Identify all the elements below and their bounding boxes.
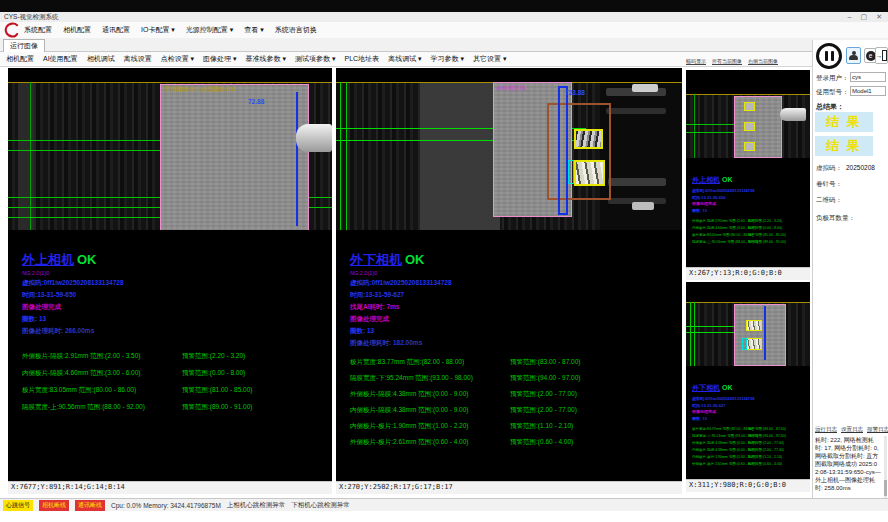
minimize-icon[interactable]: –: [848, 12, 852, 22]
logout-icon: →: [877, 50, 887, 61]
tool-ai-config[interactable]: AI使用配置: [43, 54, 78, 64]
mini-view-upper[interactable]: 外上相机OK 虚拟码:0ff1iw20250208133134728 时间:13…: [686, 70, 810, 280]
tab-detect-box: [574, 129, 603, 149]
tool-spotcheck-settings[interactable]: 点检设置 ▾: [161, 54, 194, 64]
log-tab-run[interactable]: 运行日志: [815, 426, 837, 433]
tab-run-image[interactable]: 运行图像: [3, 39, 45, 53]
turns-line: 圈数: 13: [692, 416, 806, 421]
height-measure-line: [296, 92, 298, 226]
process-done-line: 图像处理完成: [692, 409, 806, 414]
ai-region-label: AI检测区域: [496, 84, 526, 93]
login-user-input[interactable]: [850, 72, 886, 82]
app-window: CYS-视觉检测系统 – ▢ ✕ 系统配置 相机配置 通讯配置 IO卡配置 ▾ …: [0, 0, 888, 522]
measurement-warn: 预警范围:(2.20 - 3.20): [182, 352, 245, 361]
tool-image-processing[interactable]: 图像处理 ▾: [203, 54, 236, 64]
camera-name: 外下相机: [692, 384, 720, 391]
measurement-main: 外侧极片-隔膜:2.91mm 范围:(2.00 - 3.50): [22, 352, 182, 361]
green-hline: [8, 207, 160, 208]
measurement-main: 极片宽度:83.05mm 范围:(80.00 - 86.00): [22, 386, 182, 395]
tab-row: [0, 38, 888, 52]
tool-offline-settings[interactable]: 离线设置: [124, 54, 152, 64]
roller-part: [296, 124, 332, 152]
log-scrollbar-thumb[interactable]: [884, 480, 887, 496]
camera-view-lower[interactable]: AI检测区域 723.88 外下相机OK NG:2.0(1)0 虚拟码:0ff1…: [336, 68, 682, 494]
measurement-warn: 预警范围:(1.10 - 2.10): [510, 422, 573, 431]
measurement-main: 极片宽度:83.77mm 范围:(82.00 - 88.00): [350, 358, 510, 367]
tool-test-params[interactable]: 测试项参数 ▾: [295, 54, 335, 64]
mini-view-tabs: 幅码显示 所有当前图像 右侧当前图像: [686, 55, 826, 67]
green-hline: [308, 197, 332, 198]
result-ok: OK: [722, 176, 733, 183]
close-icon[interactable]: ✕: [876, 12, 882, 22]
time-line: 时间:13-31-59-650: [692, 195, 806, 200]
result-box-upper: 结 果: [815, 112, 873, 132]
measurement-main: 外侧极片-极片:2.61mm 范围:(0.60 - 4.00): [692, 462, 748, 466]
tool-other-settings[interactable]: 其它设置 ▾: [473, 54, 506, 64]
menu-camera-config[interactable]: 相机配置: [63, 25, 91, 35]
roi-rect-pink: [160, 84, 309, 230]
window-controls: – ▢ ✕: [848, 12, 882, 22]
machinery-slat: [606, 108, 666, 114]
tool-camera-debug[interactable]: 相机调试: [87, 54, 115, 64]
camera-view-upper[interactable]: 平均阈值:93, 动态阈值:100 72.88 外上相机OK NG:2.0(1)…: [8, 68, 332, 494]
mini-tab-right-images[interactable]: 右侧当前图像: [748, 58, 778, 64]
tab-detect-box: [744, 142, 755, 151]
logout-button[interactable]: →: [875, 47, 888, 64]
log-tab-alarm[interactable]: 报警日志: [867, 426, 888, 433]
camera-offline-badge: 相机断线: [39, 500, 69, 511]
maximize-icon[interactable]: ▢: [861, 12, 868, 22]
model-input[interactable]: [850, 86, 886, 96]
log-tabs: 运行日志 设置日志 报警日志: [815, 426, 888, 433]
person-icon: [849, 51, 858, 61]
log-tab-settings[interactable]: 设置日志: [841, 426, 863, 433]
green-hline: [8, 140, 160, 141]
measurement-warn: 预警范围:(83.00 - 87.00): [510, 358, 580, 367]
menu-io-config[interactable]: IO卡配置 ▾: [141, 25, 175, 35]
tool-offline-debug[interactable]: 离线调试 ▾: [388, 54, 421, 64]
tool-camera-config[interactable]: 相机配置: [6, 54, 34, 64]
log-scrollbar[interactable]: [884, 436, 887, 498]
height-measure-rect: [558, 86, 568, 215]
mini-tab-code-display[interactable]: 幅码显示: [686, 58, 706, 64]
tool-learning-params[interactable]: 学习参数 ▾: [431, 54, 464, 64]
barcode-line: 虚拟码:0ff1iw20250208133134728: [692, 396, 806, 401]
tool-baseline-params[interactable]: 基准线参数 ▾: [246, 54, 286, 64]
virtual-code-label: 虚拟码：: [816, 164, 842, 173]
measurement-main: 内侧极片-隔膜:4.38mm 范围:(0.00 - 9.00): [692, 448, 748, 452]
pause-button[interactable]: [816, 43, 842, 69]
mini-view-lower[interactable]: 外下相机OK 虚拟码:0ff1iw20250208133134728 时间:13…: [686, 282, 810, 492]
baseline-yellow-line: [8, 82, 332, 83]
e-badge-icon: e: [866, 51, 876, 61]
mini-tab-all-images[interactable]: 所有当前图像: [712, 58, 742, 64]
qr-code-label: 二维码：: [816, 196, 842, 205]
result-box-lower: 结 果: [815, 136, 873, 156]
ng-counter: NG:2.0(1)0: [22, 270, 322, 276]
green-hline: [8, 217, 160, 218]
user-button[interactable]: [846, 47, 861, 64]
window-title: CYS-视觉检测系统: [4, 13, 59, 20]
model-label: 使用型号：: [816, 88, 849, 97]
machinery-highlight: [632, 202, 654, 210]
menu-view[interactable]: 查看 ▾: [244, 25, 263, 35]
roller-part: [780, 108, 806, 121]
menu-light-config[interactable]: 光源控制配置 ▾: [186, 25, 233, 35]
measurement-main: 外侧极片-隔膜:4.38mm 范围:(0.00 - 9.00): [692, 441, 748, 445]
green-hline: [308, 207, 332, 208]
measurement-warn: 预警范围:(2.20 - 3.20): [748, 219, 782, 223]
tab-detect-box: [574, 160, 605, 186]
menu-language[interactable]: 系统语言切换: [275, 25, 317, 35]
tool-plc-table[interactable]: PLC地址表: [345, 54, 380, 64]
coords-status-mini-upper: X:267;Y:13;R:0;G:0;B:0: [686, 267, 810, 280]
measurement-main: 内侧极片-极片:1.90mm 范围:(1.00 - 2.20): [692, 455, 748, 459]
menu-comm-config[interactable]: 通讯配置: [102, 25, 130, 35]
baseline-yellow-line: [686, 302, 810, 303]
tab-detect-box: [746, 338, 762, 350]
camera-name: 外上相机: [692, 176, 720, 183]
green-hline: [8, 150, 160, 151]
overlay-text-upper: 外上相机OK NG:2.0(1)0 虚拟码:0ff1iw202502081331…: [22, 250, 322, 420]
menu-system-config[interactable]: 系统配置: [24, 25, 52, 35]
mini-overlay-lower: 外下相机OK 虚拟码:0ff1iw20250208133134728 时间:13…: [692, 376, 806, 469]
coords-status-upper: X:7677;Y:891;R:14;G:14;B:14: [8, 481, 332, 494]
result-ok: OK: [405, 252, 425, 267]
upper-camera-warning: 上相机心跳检测异常: [227, 501, 286, 510]
